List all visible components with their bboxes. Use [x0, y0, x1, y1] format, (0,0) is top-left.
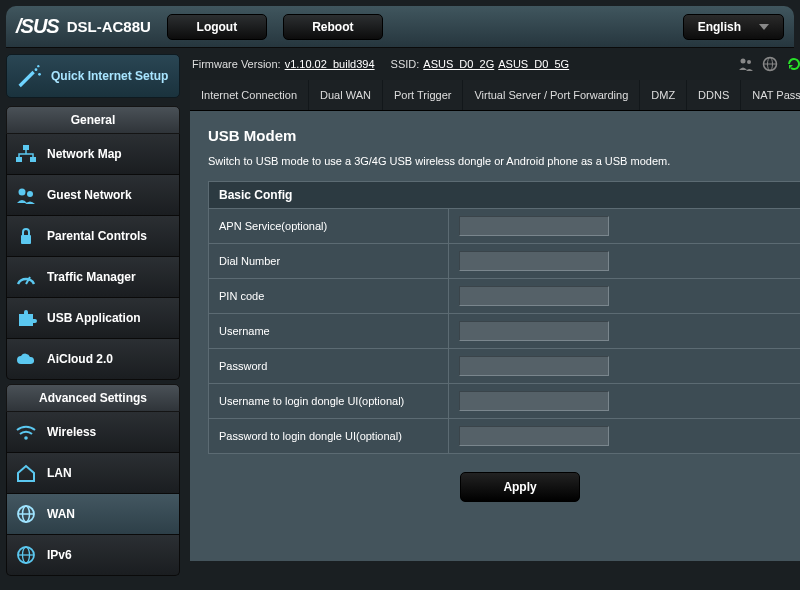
gauge-icon [15, 267, 37, 287]
svg-rect-3 [23, 145, 29, 150]
username-input[interactable] [459, 321, 609, 341]
sidebar-item-wireless[interactable]: Wireless [6, 412, 180, 453]
sidebar-item-wan[interactable]: WAN [6, 494, 180, 535]
ipv6-icon [15, 545, 37, 565]
tab-nat-passthrough[interactable]: NAT Passthrough [741, 80, 800, 110]
wand-icon [15, 65, 43, 87]
ssid1-link[interactable]: ASUS_D0_2G [423, 58, 494, 70]
svg-rect-5 [30, 157, 36, 162]
sidebar-item-label: Guest Network [47, 188, 132, 202]
field-label: Username to login dongle UI(optional) [209, 384, 449, 419]
sidebar-item-lan[interactable]: LAN [6, 453, 180, 494]
svg-point-17 [741, 59, 746, 64]
advanced-header: Advanced Settings [6, 384, 180, 412]
wan-tabs: Internet Connection Dual WAN Port Trigge… [190, 80, 800, 111]
sidebar: Quick Internet Setup General Network Map… [6, 48, 180, 576]
table-row: PIN code [209, 279, 801, 314]
tab-internet-connection[interactable]: Internet Connection [190, 80, 309, 110]
clients-icon[interactable] [738, 56, 754, 72]
field-label: APN Service(optional) [209, 209, 449, 244]
general-header: General [6, 106, 180, 134]
sidebar-item-label: Traffic Manager [47, 270, 136, 284]
puzzle-icon [15, 308, 37, 328]
table-row: Password [209, 349, 801, 384]
guest-network-icon [15, 185, 37, 205]
refresh-icon[interactable] [786, 56, 800, 72]
table-row: APN Service(optional) [209, 209, 801, 244]
firmware-label: Firmware Version: [192, 58, 281, 70]
sidebar-item-label: Wireless [47, 425, 96, 439]
field-label: Username [209, 314, 449, 349]
table-row: Dial Number [209, 244, 801, 279]
globe-icon [15, 504, 37, 524]
sidebar-item-guest-network[interactable]: Guest Network [6, 175, 180, 216]
config-table: APN Service(optional) Dial Number PIN co… [208, 208, 800, 454]
field-label: Password [209, 349, 449, 384]
svg-point-0 [35, 68, 38, 71]
reboot-button[interactable]: Reboot [283, 14, 383, 40]
panel-title: USB Modem [208, 127, 800, 144]
sidebar-item-label: Parental Controls [47, 229, 147, 243]
sidebar-item-label: LAN [47, 466, 72, 480]
network-map-icon [15, 144, 37, 164]
field-label: PIN code [209, 279, 449, 314]
home-icon [15, 463, 37, 483]
svg-point-18 [747, 60, 751, 64]
language-label: English [698, 20, 741, 34]
tab-ddns[interactable]: DDNS [687, 80, 741, 110]
sidebar-item-aicloud[interactable]: AiCloud 2.0 [6, 339, 180, 380]
sidebar-item-label: WAN [47, 507, 75, 521]
sidebar-item-label: USB Application [47, 311, 141, 325]
wifi-icon [15, 422, 37, 442]
dongle-password-input[interactable] [459, 426, 609, 446]
svg-point-10 [24, 436, 28, 440]
chevron-down-icon [759, 24, 769, 30]
tab-dmz[interactable]: DMZ [640, 80, 687, 110]
qis-label: Quick Internet Setup [51, 69, 168, 83]
sidebar-item-ipv6[interactable]: IPv6 [6, 535, 180, 576]
lock-icon [15, 226, 37, 246]
svg-rect-4 [16, 157, 22, 162]
sidebar-item-label: Network Map [47, 147, 122, 161]
sidebar-item-usb-application[interactable]: USB Application [6, 298, 180, 339]
sidebar-item-label: AiCloud 2.0 [47, 352, 113, 366]
sidebar-item-label: IPv6 [47, 548, 72, 562]
internet-status-icon[interactable] [762, 56, 778, 72]
brand-logo: /SUS [16, 15, 59, 38]
logout-button[interactable]: Logout [167, 14, 267, 40]
tab-dual-wan[interactable]: Dual WAN [309, 80, 383, 110]
tab-virtual-server[interactable]: Virtual Server / Port Forwarding [463, 80, 640, 110]
sidebar-item-parental-controls[interactable]: Parental Controls [6, 216, 180, 257]
cloud-icon [15, 349, 37, 369]
main-area: Firmware Version: v1.10.02_build394 SSID… [180, 48, 800, 576]
field-label: Dial Number [209, 244, 449, 279]
language-selector[interactable]: English [683, 14, 784, 40]
content-panel: USB Modem Switch to USB mode to use a 3G… [190, 111, 800, 561]
svg-rect-8 [21, 235, 31, 244]
panel-description: Switch to USB mode to use a 3G/4G USB wi… [208, 154, 800, 169]
quick-internet-setup[interactable]: Quick Internet Setup [6, 54, 180, 98]
ssid-label: SSID: [391, 58, 420, 70]
password-input[interactable] [459, 356, 609, 376]
pin-code-input[interactable] [459, 286, 609, 306]
table-row: Password to login dongle UI(optional) [209, 419, 801, 454]
dial-number-input[interactable] [459, 251, 609, 271]
svg-point-6 [19, 189, 26, 196]
sidebar-item-network-map[interactable]: Network Map [6, 134, 180, 175]
ssid2-link[interactable]: ASUS_D0_5G [498, 58, 569, 70]
table-row: Username [209, 314, 801, 349]
status-line: Firmware Version: v1.10.02_build394 SSID… [190, 52, 800, 80]
model-name: DSL-AC88U [67, 18, 151, 35]
sidebar-item-traffic-manager[interactable]: Traffic Manager [6, 257, 180, 298]
firmware-version-link[interactable]: v1.10.02_build394 [285, 58, 375, 70]
top-bar: /SUS DSL-AC88U Logout Reboot English [6, 6, 794, 48]
dongle-username-input[interactable] [459, 391, 609, 411]
tab-port-trigger[interactable]: Port Trigger [383, 80, 463, 110]
apply-button[interactable]: Apply [460, 472, 580, 502]
svg-point-1 [38, 73, 41, 76]
apn-service-input[interactable] [459, 216, 609, 236]
svg-point-2 [37, 65, 39, 67]
field-label: Password to login dongle UI(optional) [209, 419, 449, 454]
svg-point-7 [27, 191, 33, 197]
table-row: Username to login dongle UI(optional) [209, 384, 801, 419]
